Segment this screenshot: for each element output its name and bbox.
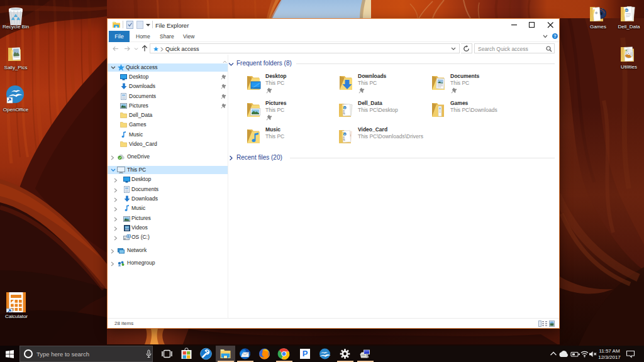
svg-text:e: e — [626, 8, 628, 12]
